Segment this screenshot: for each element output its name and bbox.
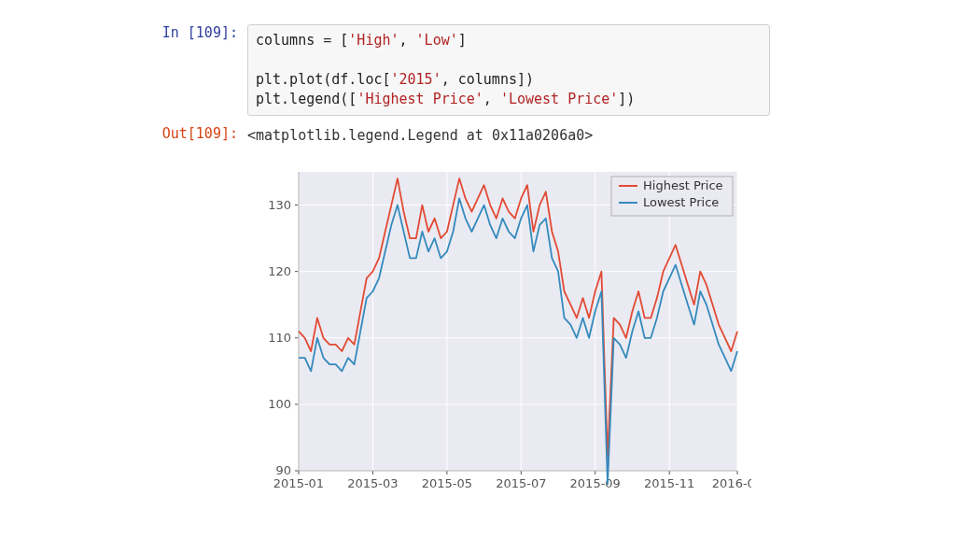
- output-prompt: Out[109]:: [159, 125, 247, 142]
- x-tick-label: 2015-05: [422, 476, 472, 490]
- legend-label: Lowest Price: [643, 195, 719, 209]
- svg-rect-0: [299, 172, 737, 471]
- y-tick-label: 120: [268, 264, 291, 278]
- x-tick-label: 2016-01: [712, 476, 751, 490]
- x-tick-label: 2015-09: [570, 476, 621, 490]
- input-prompt: In [109]:: [159, 24, 247, 41]
- x-tick-label: 2015-03: [347, 476, 398, 490]
- code-token: , columns]): [441, 71, 534, 88]
- code-token: plt.legend([: [256, 91, 357, 107]
- code-token: '2015': [391, 71, 441, 88]
- code-token: 'Lowest Price': [500, 91, 618, 107]
- code-token: =: [323, 32, 331, 49]
- code-token: 'Low': [416, 32, 458, 49]
- code-token: ]): [618, 91, 635, 107]
- code-token: 'High': [348, 32, 399, 49]
- output-text: <matplotlib.legend.Legend at 0x11a0206a0…: [247, 125, 593, 144]
- code-token: [: [331, 32, 348, 49]
- legend-label: Highest Price: [643, 178, 723, 192]
- y-tick-label: 110: [268, 331, 291, 345]
- code-token: plt.plot(df.loc[: [256, 71, 391, 88]
- code-token: ]: [458, 32, 467, 49]
- line-chart: 901001101201302015-012015-032015-052015-…: [247, 163, 751, 499]
- code-cell[interactable]: columns = ['High', 'Low'] plt.plot(df.lo…: [247, 24, 770, 116]
- y-tick-label: 100: [268, 397, 291, 411]
- x-tick-label: 2015-07: [496, 476, 546, 490]
- code-token: 'Highest Price': [357, 91, 483, 107]
- x-tick-label: 2015-01: [273, 476, 324, 490]
- code-token: columns: [256, 32, 323, 49]
- code-token: ,: [399, 32, 416, 49]
- y-tick-label: 130: [268, 198, 291, 212]
- y-tick-label: 90: [275, 463, 291, 477]
- code-token: ,: [483, 91, 500, 107]
- x-tick-label: 2015-11: [644, 476, 694, 490]
